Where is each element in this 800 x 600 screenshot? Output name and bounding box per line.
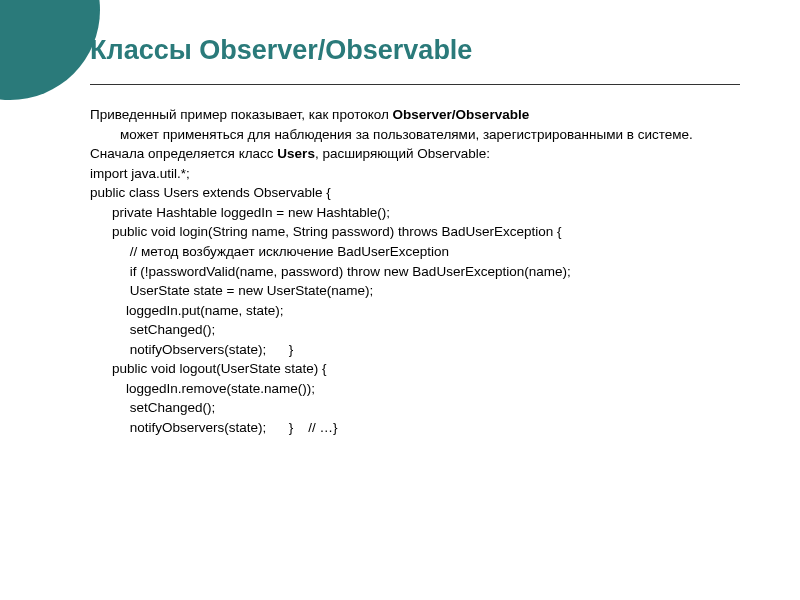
intro-bold: Observer/Observable <box>393 107 530 122</box>
code-l2: public class Users extends Observable { <box>90 183 740 203</box>
code-l8: loggedIn.put(name, state); <box>90 301 740 321</box>
line2-part1: Сначала определяется класс <box>90 146 277 161</box>
code-l6: if (!passwordValid(name, password) throw… <box>90 262 740 282</box>
slide-title: Классы Observer/Observable <box>90 35 740 66</box>
code-l3: private Hashtable loggedIn = new Hashtab… <box>90 203 740 223</box>
code-l5: // метод возбуждает исключение BadUserEx… <box>90 242 740 262</box>
intro-text: Приведенный пример показывает, как прото… <box>90 105 740 125</box>
code-l14: notifyObservers(state); } // …} <box>90 418 740 438</box>
slide-content: Приведенный пример показывает, как прото… <box>90 105 740 438</box>
code-l11: public void logout(UserState state) { <box>90 359 740 379</box>
code-l1: import java.util.*; <box>90 164 740 184</box>
title-divider <box>90 84 740 85</box>
intro-continuation: может применяться для наблюдения за поль… <box>90 125 740 145</box>
code-l9: setChanged(); <box>90 320 740 340</box>
line2-part2: , расширяющий Observable: <box>315 146 490 161</box>
code-l10: notifyObservers(state); } <box>90 340 740 360</box>
code-l4: public void login(String name, String pa… <box>90 222 740 242</box>
line2: Сначала определяется класс Users, расшир… <box>90 144 740 164</box>
line2-bold: Users <box>277 146 315 161</box>
code-l12: loggedIn.remove(state.name()); <box>90 379 740 399</box>
code-l13: setChanged(); <box>90 398 740 418</box>
intro-part1: Приведенный пример показывает, как прото… <box>90 107 393 122</box>
code-l7: UserState state = new UserState(name); <box>90 281 740 301</box>
slide-container: Классы Observer/Observable Приведенный п… <box>0 0 800 458</box>
